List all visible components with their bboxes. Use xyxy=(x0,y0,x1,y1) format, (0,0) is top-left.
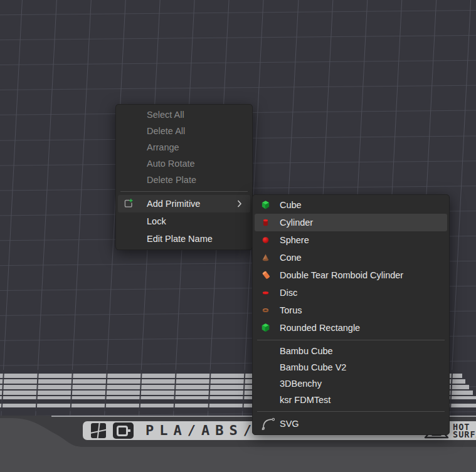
plate-context-menu: Select All Delete All Arrange Auto Rotat… xyxy=(115,104,253,250)
add-primitive-submenu: Cube Cylinder Sphere Cone Double Tear Ro… xyxy=(252,194,450,435)
menu-item-label: ksr FDMTest xyxy=(280,395,331,405)
menu-item-svg[interactable]: SVG xyxy=(255,414,447,433)
menu-separator xyxy=(257,411,445,412)
menu-item-ksr-fdmtest[interactable]: ksr FDMTest xyxy=(255,392,447,408)
menu-item-cylinder[interactable]: Cylinder xyxy=(255,214,447,231)
bambu-logo-icon xyxy=(91,423,106,438)
menu-item-label: SVG xyxy=(280,419,299,429)
svg-bezier-icon xyxy=(261,417,277,431)
menu-item-rounded-rectangle[interactable]: Rounded Rectangle xyxy=(255,319,447,337)
disc-icon xyxy=(261,288,270,298)
menu-item-label: 3DBenchy xyxy=(280,379,322,389)
sphere-icon xyxy=(261,236,270,245)
menu-item-label: Select All xyxy=(147,110,184,120)
menu-item-label: Delete Plate xyxy=(147,175,196,185)
plate-qr-icon xyxy=(113,422,134,439)
cylinder-icon xyxy=(261,218,270,228)
menu-item-label: Edit Plate Name xyxy=(147,234,213,244)
menu-item-delete-plate: Delete Plate xyxy=(118,172,250,188)
menu-item-label: Rounded Rectangle xyxy=(280,323,360,333)
menu-item-label: Disc xyxy=(280,288,297,298)
cube-icon xyxy=(261,201,270,210)
menu-separator xyxy=(257,340,445,340)
menu-item-label: Arrange xyxy=(147,142,179,152)
menu-item-delete-all: Delete All xyxy=(118,123,250,139)
menu-item-torus[interactable]: Torus xyxy=(255,302,447,319)
menu-item-3dbenchy[interactable]: 3DBenchy xyxy=(255,375,447,392)
menu-item-double-tear-romboid-cylinder[interactable]: Double Tear Romboid Cylinder xyxy=(255,266,447,284)
menu-item-disc[interactable]: Disc xyxy=(255,284,447,302)
menu-item-sphere[interactable]: Sphere xyxy=(255,231,447,249)
menu-item-label: Double Tear Romboid Cylinder xyxy=(280,270,403,280)
slicer-3d-viewport[interactable]: PLA/ABS/PETG HOT SURFACE Select All Dele… xyxy=(0,0,476,472)
menu-item-add-primitive[interactable]: Add Primitive xyxy=(118,195,250,212)
menu-item-auto-rotate: Auto Rotate xyxy=(118,155,250,172)
menu-item-label: Cylinder xyxy=(280,218,313,228)
menu-item-edit-plate-name[interactable]: Edit Plate Name xyxy=(118,230,250,248)
menu-item-label: Bambu Cube V2 xyxy=(280,362,346,372)
menu-item-arrange: Arrange xyxy=(118,139,250,155)
menu-item-cone[interactable]: Cone xyxy=(255,249,447,266)
chevron-right-icon xyxy=(237,200,242,207)
menu-item-bambu-cube[interactable]: Bambu Cube xyxy=(255,343,447,359)
menu-item-bambu-cube-v2[interactable]: Bambu Cube V2 xyxy=(255,359,447,375)
menu-item-label: Lock xyxy=(147,216,166,226)
menu-item-lock[interactable]: Lock xyxy=(118,212,250,230)
hot-surface-line2: SURFACE xyxy=(453,431,476,438)
torus-icon xyxy=(261,306,270,315)
double-tear-romboid-cylinder-icon xyxy=(261,270,272,281)
menu-item-label: Sphere xyxy=(280,235,309,245)
menu-separator xyxy=(120,191,248,192)
menu-item-label: Cone xyxy=(280,253,302,263)
menu-item-label: Delete All xyxy=(147,126,185,136)
menu-item-label: Auto Rotate xyxy=(147,159,195,169)
menu-item-select-all: Select All xyxy=(118,107,250,123)
menu-item-label: Cube xyxy=(280,200,302,210)
menu-item-label: Bambu Cube xyxy=(280,346,333,356)
menu-item-label: Torus xyxy=(280,305,302,315)
rounded-rectangle-icon xyxy=(261,323,270,333)
cone-icon xyxy=(261,253,270,263)
menu-item-cube[interactable]: Cube xyxy=(255,196,447,214)
menu-item-label: Add Primitive xyxy=(147,199,200,209)
add-primitive-icon xyxy=(123,198,134,209)
hot-surface-warning-text: HOT SURFACE xyxy=(453,423,476,438)
